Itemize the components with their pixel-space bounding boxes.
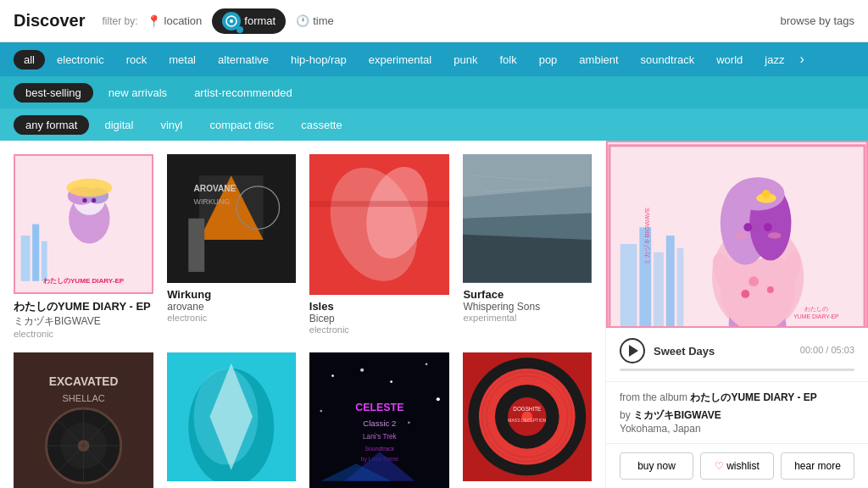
sort-bestselling[interactable]: best-selling <box>14 83 93 103</box>
genre-rock[interactable]: rock <box>116 50 158 69</box>
genre-metal[interactable]: metal <box>159 50 206 69</box>
album-card-1[interactable]: わたしのYUME DIARY-EP わたしのYUME DIARY - EP ミカ… <box>14 154 153 339</box>
browse-tags-link[interactable]: browse by tags <box>781 14 854 27</box>
genre-ambient[interactable]: ambient <box>569 50 628 69</box>
main-content: わたしのYUME DIARY-EP わたしのYUME DIARY - EP ミカ… <box>0 141 868 488</box>
genre-all[interactable]: all <box>14 50 45 69</box>
album-art-7: CELESTE Classic 2 Lani's Trek Soundtrack… <box>309 352 450 488</box>
album-genre-1: electronic <box>14 329 153 339</box>
svg-text:Lani's Trek: Lani's Trek <box>363 433 398 441</box>
genre-punk[interactable]: punk <box>443 50 487 69</box>
svg-rect-17 <box>188 219 204 272</box>
svg-point-83 <box>725 327 754 328</box>
progress-bar[interactable] <box>620 369 854 371</box>
hear-more-button[interactable]: hear more <box>781 452 854 480</box>
album-card-6[interactable]: Dream Weapon Genghis Tron metal <box>167 352 296 488</box>
album-grid-area: わたしのYUME DIARY-EP わたしのYUME DIARY - EP ミカ… <box>0 141 605 488</box>
sort-artistrecommended[interactable]: artist-recommended <box>182 83 304 103</box>
filter-location[interactable]: 📍 location <box>147 14 203 28</box>
svg-text:Soundtrack: Soundtrack <box>364 446 394 452</box>
svg-point-87 <box>767 286 774 293</box>
genre-jazz[interactable]: jazz <box>754 50 794 69</box>
featured-album-name: わたしのYUME DIARY - EP <box>690 391 816 403</box>
svg-text:MASS DECEPTION: MASS DECEPTION <box>509 418 548 423</box>
album-genre-2: electronic <box>167 313 296 323</box>
svg-text:YUME DIARY-EP: YUME DIARY-EP <box>793 313 839 319</box>
svg-rect-79 <box>677 248 684 327</box>
genre-alternative[interactable]: alternative <box>208 50 279 69</box>
svg-rect-5 <box>42 241 47 281</box>
svg-point-96 <box>764 223 772 231</box>
album-card-2[interactable]: AROVANE WIRKUNG Wirkung arovane electron… <box>167 154 296 339</box>
player-area: Sweet Days 00:00 / 05:03 <box>606 328 868 382</box>
format-anyformat[interactable]: any format <box>14 115 89 135</box>
album-genre-3: electronic <box>309 324 450 335</box>
genre-more-arrow[interactable]: › <box>799 52 804 67</box>
album-art-3 <box>309 154 450 295</box>
format-cassette[interactable]: cassette <box>289 115 353 135</box>
heart-icon: ♡ <box>715 460 724 472</box>
genre-experimental[interactable]: experimental <box>359 50 442 69</box>
format-bar: any format digital vinyl compact disc ca… <box>0 108 868 141</box>
svg-marker-30 <box>463 235 592 283</box>
genre-electronic[interactable]: electronic <box>47 50 114 69</box>
player-track-name: Sweet Days <box>654 345 715 358</box>
album-card-3[interactable]: Isles Bicep electronic <box>309 154 450 339</box>
player-row: Sweet Days 00:00 / 05:03 <box>620 338 854 363</box>
svg-point-86 <box>741 290 749 298</box>
album-artist-1: ミカヅキBIGWAVE <box>14 314 153 329</box>
album-art-1: わたしのYUME DIARY-EP <box>14 154 153 294</box>
svg-text:ミカヅキBIGWAVE: ミカヅキBIGWAVE <box>643 208 651 265</box>
svg-text:Classic 2: Classic 2 <box>363 419 396 428</box>
album-title-1: わたしのYUME DIARY - EP <box>14 299 153 314</box>
svg-point-55 <box>408 422 410 424</box>
wishlist-button[interactable]: ♡wishlist <box>700 452 774 480</box>
svg-point-11 <box>92 198 96 202</box>
header: Discover filter by: 📍 location format 🕐 … <box>0 0 868 42</box>
album-card-4[interactable]: Surface Whispering Sons experimental <box>463 154 592 339</box>
svg-text:EXCAVATED: EXCAVATED <box>49 375 119 388</box>
pin-icon: 📍 <box>147 14 161 28</box>
svg-rect-78 <box>666 236 675 327</box>
album-art-4 <box>463 154 592 283</box>
filter-group: 📍 location format 🕐 time <box>147 8 334 34</box>
svg-point-95 <box>743 223 752 231</box>
album-art-5: EXCAVATED SHELLAC <box>14 352 153 488</box>
svg-point-88 <box>748 276 759 286</box>
filter-format-label: format <box>244 14 275 27</box>
format-badge <box>222 12 241 30</box>
svg-point-98 <box>768 232 782 239</box>
svg-point-50 <box>360 369 364 372</box>
svg-rect-25 <box>309 201 450 207</box>
format-vinyl[interactable]: vinyl <box>148 115 194 135</box>
svg-rect-4 <box>32 225 39 281</box>
player-time: 00:00 / 05:03 <box>800 345 854 355</box>
svg-text:AROVANE: AROVANE <box>194 184 236 193</box>
player-info: Sweet Days 00:00 / 05:03 <box>654 345 854 358</box>
featured-album-art: ミカヅキBIGWAVE わたしの YUME DIARY-EP <box>606 141 868 328</box>
svg-text:WIRKUNG: WIRKUNG <box>194 197 231 206</box>
album-artist-3: Bicep <box>309 313 450 324</box>
genre-folk[interactable]: folk <box>489 50 526 69</box>
filter-time[interactable]: 🕐 time <box>296 14 334 27</box>
svg-point-1 <box>230 19 233 23</box>
genre-hiphop[interactable]: hip-hop/rap <box>281 50 357 69</box>
album-title-2: Wirkung <box>167 288 296 301</box>
album-title-3: Isles <box>309 300 450 313</box>
genre-pop[interactable]: pop <box>529 50 568 69</box>
filter-format[interactable]: format <box>212 8 286 34</box>
svg-text:わたしのYUME DIARY-EP: わたしのYUME DIARY-EP <box>43 277 125 285</box>
play-button[interactable] <box>620 338 645 363</box>
filter-label: filter by: <box>103 15 138 27</box>
album-card-7[interactable]: CELESTE Classic 2 Lani's Trek Soundtrack… <box>309 352 450 488</box>
sort-newarrivals[interactable]: new arrivals <box>97 83 179 103</box>
featured-location: Yokohama, Japan <box>620 423 854 435</box>
genre-soundtrack[interactable]: soundtrack <box>631 50 705 69</box>
time-total: 05:03 <box>831 345 854 355</box>
album-card-8[interactable]: DOGSHITE MASS DECEPTION Mass Deception D… <box>463 352 592 488</box>
genre-world[interactable]: world <box>706 50 753 69</box>
format-digital[interactable]: digital <box>92 115 145 135</box>
format-compactdisc[interactable]: compact disc <box>198 115 286 135</box>
buy-button[interactable]: buy now <box>620 452 693 480</box>
album-card-5[interactable]: EXCAVATED SHELLAC <box>14 352 153 488</box>
